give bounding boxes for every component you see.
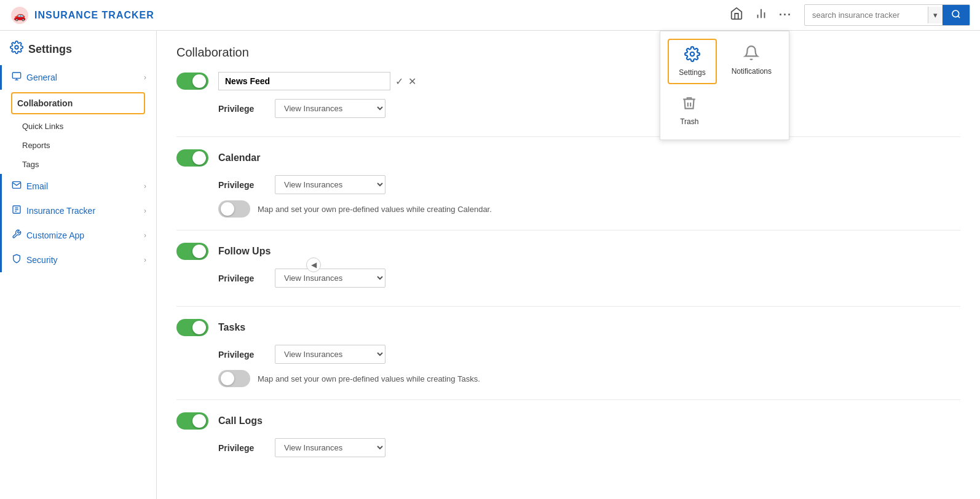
app-logo: 🚗 INSURANCE TRACKER [10,6,726,25]
general-chevron: › [144,73,146,82]
settings-label: Settings [679,68,705,77]
section-calendar-header: Calendar [176,149,960,167]
follow-ups-privilege-row: Privilege View Insurances Edit Insurance… [176,269,960,288]
dropdown-item-notifications[interactable]: Notifications [722,39,781,84]
tasks-privilege-row: Privilege View Insurances Edit Insurance… [176,345,960,364]
notifications-label: Notifications [732,67,772,76]
tasks-map-toggle[interactable] [218,370,250,387]
news-feed-privilege-label: Privilege [218,104,267,114]
dropdown-item-settings[interactable]: Settings [668,39,716,84]
dropdown-menu: Settings Notifications [660,31,789,140]
security-icon [12,254,22,266]
calendar-privilege-select[interactable]: View Insurances Edit Insurances Admin [275,175,385,194]
calendar-map-label: Map and set your own pre-defined values … [258,205,492,214]
sidebar-item-security[interactable]: Security › [0,248,156,272]
settings-icon [684,46,700,66]
svg-point-8 [15,45,18,49]
sidebar-item-security-label: Security [26,255,139,265]
dropdown-item-trash[interactable]: Trash [668,89,711,132]
svg-point-7 [690,52,695,57]
page-title: Collaboration [176,45,960,60]
calendar-privilege-dropdown[interactable]: View Insurances Edit Insurances Admin [275,176,385,194]
follow-ups-privilege-select[interactable]: View Insurances Edit Insurances Admin [275,269,385,288]
call-logs-privilege-label: Privilege [218,443,267,453]
svg-line-6 [958,16,960,18]
news-feed-name-input[interactable] [218,72,390,90]
tasks-map-row: Map and set your own pre-defined values … [176,370,960,387]
call-logs-toggle[interactable] [176,412,208,430]
sidebar-item-insurance-tracker-label: Insurance Tracker [26,206,139,216]
follow-ups-toggle-slider [176,243,208,260]
call-logs-title: Call Logs [218,415,263,426]
search-submit-button[interactable] [942,5,970,25]
sidebar-item-general[interactable]: General › [0,65,156,90]
tasks-toggle-slider [176,319,208,336]
customize-app-chevron: › [144,231,146,240]
section-news-feed: ✓ ✕ Privilege View Insurances Edit Insur… [176,72,960,136]
sidebar-item-email[interactable]: Email › [0,174,156,198]
sidebar-item-customize-app-label: Customize App [26,230,139,240]
tasks-map-toggle-slider [218,370,250,387]
insurance-tracker-icon [12,205,22,217]
news-feed-toggle[interactable] [176,73,208,90]
section-call-logs: Call Logs Privilege View Insurances Edit… [176,399,960,476]
news-feed-cancel-icon[interactable]: ✕ [408,76,416,87]
gear-icon [10,41,23,58]
sidebar-item-general-label: General [26,73,139,82]
section-follow-ups-header: Follow Ups [176,243,960,260]
email-icon [12,180,22,192]
section-call-logs-header: Call Logs [176,412,960,430]
app-header: 🚗 INSURANCE TRACKER ··· ▾ [0,0,980,31]
search-container: ▾ [804,4,970,26]
more-button[interactable]: ··· [775,5,796,25]
svg-text:🚗: 🚗 [14,10,26,22]
sidebar-title: Settings [0,31,156,65]
sidebar-item-collaboration-wrapper: Collaboration [0,90,156,117]
call-logs-privilege-row: Privilege View Insurances Edit Insurance… [176,438,960,457]
tasks-privilege-dropdown[interactable]: View Insurances Edit Insurances Admin [275,345,385,363]
sidebar-item-tags[interactable]: Tags [0,155,156,174]
sidebar-item-insurance-tracker[interactable]: Insurance Tracker › [0,198,156,223]
calendar-map-toggle[interactable] [218,200,250,218]
collapse-sidebar-button[interactable]: ◀ [306,257,321,272]
call-logs-privilege-dropdown[interactable]: View Insurances Edit Insurances Admin [275,439,385,457]
chart-button[interactable] [751,3,772,27]
calendar-privilege-row: Privilege View Insurances Edit Insurance… [176,175,960,194]
calendar-map-row: Map and set your own pre-defined values … [176,200,960,218]
section-tasks: Tasks Privilege View Insurances Edit Ins… [176,306,960,399]
email-chevron: › [144,182,146,191]
search-dropdown-button[interactable]: ▾ [928,7,942,23]
customize-app-icon [12,229,22,242]
sidebar-item-quick-links[interactable]: Quick Links [0,117,156,136]
follow-ups-toggle[interactable] [176,243,208,260]
news-feed-privilege-row: Privilege View Insurances Edit Insurance… [176,99,960,118]
calendar-map-toggle-slider [218,200,250,218]
tasks-toggle[interactable] [176,319,208,336]
news-feed-toggle-slider [176,73,208,90]
calendar-privilege-label: Privilege [218,180,267,190]
home-button[interactable] [726,3,747,27]
sidebar: Settings General › Collaboration Quick L… [0,31,157,499]
section-calendar: Calendar Privilege View Insurances Edit … [176,136,960,230]
notifications-icon [743,45,759,65]
search-input[interactable] [805,7,928,23]
header-actions: ··· ▾ [726,3,970,27]
tasks-privilege-select[interactable]: View Insurances Edit Insurances Admin [275,345,385,364]
news-feed-privilege-dropdown[interactable]: View Insurances Edit Insurances Admin [275,100,385,117]
calendar-toggle[interactable] [176,149,208,167]
news-feed-confirm-icon[interactable]: ✓ [395,76,403,87]
svg-point-5 [952,10,959,17]
sidebar-item-customize-app[interactable]: Customize App › [0,223,156,248]
sidebar-item-collaboration[interactable]: Collaboration [11,92,145,114]
calendar-toggle-slider [176,149,208,167]
sidebar-title-text: Settings [28,43,72,56]
call-logs-privilege-select[interactable]: View Insurances Edit Insurances Admin [275,438,385,457]
follow-ups-privilege-dropdown[interactable]: View Insurances Edit Insurances Admin [275,269,385,287]
tasks-map-label: Map and set your own pre-defined values … [258,374,480,383]
sidebar-item-reports[interactable]: Reports [0,136,156,155]
security-chevron: › [144,256,146,264]
follow-ups-privilege-label: Privilege [218,273,267,283]
app-layout: Settings General › Collaboration Quick L… [0,31,980,499]
trash-icon [681,95,697,115]
news-feed-privilege-select[interactable]: View Insurances Edit Insurances Admin [275,99,385,118]
